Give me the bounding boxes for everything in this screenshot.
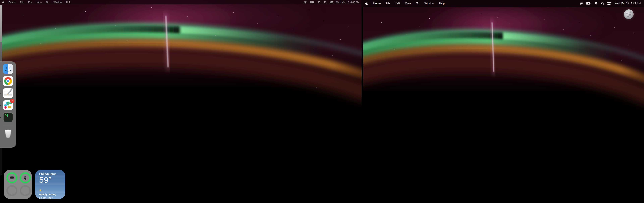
moon-image	[624, 10, 634, 19]
menu-bar-left: Finder File Edit View Go Window Help Wed…	[0, 0, 362, 4]
dock-item-finder[interactable]	[3, 64, 13, 74]
desktop-widgets: Philadelphia 59° ☀ Mostly Sunny H:59° L:…	[4, 170, 66, 199]
menu-item-file[interactable]: File	[20, 1, 24, 4]
running-indicator	[0, 68, 1, 70]
menu-bar-right: Finder File Edit View Go Window Help Wed…	[362, 0, 644, 7]
slack-notification-badge	[10, 99, 14, 103]
battery-charging-icon[interactable]	[586, 2, 591, 4]
terminal-icon: $	[3, 112, 13, 122]
mouse-icon	[24, 176, 26, 180]
dock-item-trash[interactable]	[3, 129, 13, 138]
terminal-prompt: $	[5, 114, 6, 117]
weather-temperature: 59°	[39, 176, 64, 184]
menu-item-edit[interactable]: Edit	[28, 1, 32, 4]
display-left: Finder File Edit View Go Window Help Wed…	[0, 0, 362, 203]
sun-icon: ☀	[39, 189, 64, 192]
apple-menu-icon[interactable]	[2, 1, 4, 4]
menu-item-view[interactable]: View	[36, 1, 42, 4]
aurora-wallpaper	[363, 7, 644, 203]
terminal-cursor	[7, 114, 8, 116]
battery-ring-empty	[20, 185, 31, 196]
search-icon[interactable]	[602, 2, 604, 5]
weather-condition: Mostly Sunny	[39, 193, 64, 196]
window-edge-gray[interactable]	[0, 42, 2, 62]
menu-item-file[interactable]: File	[386, 2, 390, 5]
battery-charging-icon[interactable]	[310, 1, 314, 3]
menu-app-name[interactable]: Finder	[373, 2, 381, 5]
sunburst-icon[interactable]	[304, 1, 307, 4]
dock-divider	[3, 126, 14, 126]
battery-ring-empty	[6, 185, 18, 196]
weather-widget[interactable]: Philadelphia 59° ☀ Mostly Sunny H:59° L:…	[35, 170, 66, 199]
menu-app-name[interactable]: Finder	[8, 1, 16, 4]
window-edge-dark[interactable]	[0, 147, 2, 176]
notes-icon	[3, 88, 13, 98]
display-right: Finder File Edit View Go Window Help Wed…	[362, 0, 644, 203]
running-indicator	[0, 81, 1, 82]
laptop-icon	[10, 176, 14, 179]
menu-time: 4:49 PM	[630, 2, 641, 5]
window-edge-light[interactable]	[0, 5, 2, 42]
battery-ring-laptop	[6, 172, 18, 183]
menu-time: 4:49 PM	[350, 1, 359, 4]
menu-item-edit[interactable]: Edit	[396, 2, 400, 5]
dock-item-chrome[interactable]	[3, 76, 13, 86]
battery-ring-mouse	[20, 172, 31, 183]
control-center-icon[interactable]	[608, 2, 611, 4]
finder-icon	[3, 64, 13, 74]
running-indicator	[0, 117, 1, 118]
chrome-icon	[3, 76, 13, 86]
dock: $	[0, 62, 16, 148]
menu-item-help[interactable]: Help	[66, 1, 71, 4]
search-icon[interactable]	[324, 1, 326, 4]
menu-clock[interactable]: Wed Mar 12 4:49 PM	[336, 1, 359, 4]
weather-city: Philadelphia	[39, 172, 64, 176]
menu-date: Wed Mar 12	[615, 2, 629, 5]
sunburst-icon[interactable]	[580, 2, 582, 5]
apple-menu-icon[interactable]	[365, 2, 368, 5]
wifi-icon[interactable]	[318, 1, 321, 3]
wifi-icon[interactable]	[594, 2, 598, 4]
trash-icon	[3, 129, 13, 138]
menu-date: Wed Mar 12	[336, 1, 349, 4]
dock-item-slack[interactable]	[3, 100, 13, 110]
menu-item-help[interactable]: Help	[439, 2, 444, 5]
menu-item-go[interactable]: Go	[416, 2, 420, 5]
control-center-icon[interactable]	[330, 1, 333, 3]
menu-item-window[interactable]: Window	[424, 2, 434, 5]
desktop: Finder File Edit View Go Window Help Wed…	[0, 0, 644, 203]
dock-item-terminal[interactable]: $	[3, 112, 13, 122]
menu-item-view[interactable]: View	[405, 2, 411, 5]
menu-item-window[interactable]: Window	[54, 1, 62, 4]
menu-item-go[interactable]: Go	[46, 1, 49, 4]
running-indicator	[0, 93, 1, 94]
running-indicator	[0, 105, 1, 106]
dock-item-notes[interactable]	[3, 88, 13, 98]
weather-high-low: H:59° L:42°	[39, 196, 64, 200]
menu-clock[interactable]: Wed Mar 12 4:49 PM	[615, 2, 641, 5]
batteries-widget[interactable]	[4, 170, 32, 199]
